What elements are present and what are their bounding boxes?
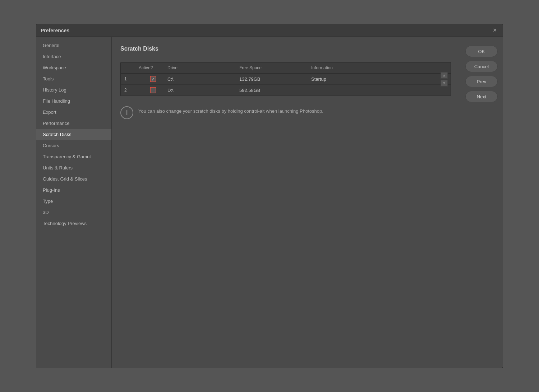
info-text: You can also change your scratch disks b… bbox=[138, 106, 323, 115]
col-num bbox=[124, 65, 139, 70]
sidebar-item-scratch-disks[interactable]: Scratch Disks bbox=[36, 129, 111, 140]
prev-button[interactable]: Prev bbox=[465, 76, 498, 87]
side-buttons: OK Cancel Prev Next bbox=[460, 37, 503, 368]
col-drive: Drive bbox=[167, 65, 239, 70]
sidebar-item-technology-previews[interactable]: Technology Previews bbox=[36, 218, 111, 229]
sidebar-item-transparency-gamut[interactable]: Transparency & Gamut bbox=[36, 151, 111, 162]
sidebar-item-plug-ins[interactable]: Plug-Ins bbox=[36, 185, 111, 196]
next-button[interactable]: Next bbox=[465, 91, 498, 102]
col-information: Information bbox=[311, 65, 447, 70]
row-1-drive: C:\ bbox=[167, 76, 239, 82]
sidebar-item-export[interactable]: Export bbox=[36, 107, 111, 118]
main-content: Scratch Disks Active? Drive Free Space I… bbox=[112, 37, 460, 368]
table-row: 1 C:\ 132.79GB Startup bbox=[121, 74, 451, 85]
row-1-num: 1 bbox=[124, 76, 139, 81]
sidebar-item-performance[interactable]: Performance bbox=[36, 118, 111, 129]
info-section: i You can also change your scratch disks… bbox=[120, 102, 451, 123]
row-2-free-space: 592.58GB bbox=[239, 88, 311, 93]
info-icon: i bbox=[120, 106, 133, 119]
sidebar-item-file-handling[interactable]: File Handling bbox=[36, 95, 111, 107]
scroll-down-button[interactable]: ▼ bbox=[441, 80, 448, 87]
cancel-button[interactable]: Cancel bbox=[465, 61, 498, 72]
title-bar: Preferences × bbox=[36, 24, 503, 37]
preferences-dialog: Preferences × General Interface Workspac… bbox=[36, 24, 503, 368]
sidebar: General Interface Workspace Tools Histor… bbox=[36, 37, 112, 368]
sidebar-item-units-rulers[interactable]: Units & Rulers bbox=[36, 162, 111, 173]
row-2-checkbox[interactable] bbox=[150, 87, 156, 93]
section-title: Scratch Disks bbox=[120, 46, 451, 52]
col-free-space: Free Space bbox=[239, 65, 311, 70]
table-row: 2 D:\ 592.58GB bbox=[121, 85, 451, 96]
sidebar-item-3d[interactable]: 3D bbox=[36, 207, 111, 218]
row-1-checkbox[interactable] bbox=[150, 76, 156, 82]
scroll-up-button[interactable]: ▲ bbox=[441, 72, 448, 79]
ok-button[interactable]: OK bbox=[465, 46, 498, 57]
scratch-disks-table: Active? Drive Free Space Information 1 C… bbox=[120, 62, 451, 96]
scroll-arrows: ▲ ▼ bbox=[441, 72, 448, 87]
sidebar-item-cursors[interactable]: Cursors bbox=[36, 140, 111, 151]
sidebar-item-history-log[interactable]: History Log bbox=[36, 84, 111, 95]
row-1-free-space: 132.79GB bbox=[239, 76, 311, 82]
sidebar-item-general[interactable]: General bbox=[36, 40, 111, 51]
dialog-title: Preferences bbox=[41, 28, 69, 33]
dialog-body: General Interface Workspace Tools Histor… bbox=[36, 37, 503, 368]
sidebar-item-interface[interactable]: Interface bbox=[36, 51, 111, 62]
row-2-drive: D:\ bbox=[167, 88, 239, 93]
row-2-active-cell bbox=[139, 87, 167, 93]
row-2-num: 2 bbox=[124, 88, 139, 93]
row-1-information: Startup bbox=[311, 76, 447, 82]
row-1-active-cell bbox=[139, 76, 167, 82]
sidebar-item-tools[interactable]: Tools bbox=[36, 73, 111, 84]
table-header: Active? Drive Free Space Information bbox=[121, 62, 451, 74]
col-active: Active? bbox=[139, 65, 167, 70]
close-button[interactable]: × bbox=[491, 27, 498, 34]
sidebar-item-type[interactable]: Type bbox=[36, 196, 111, 207]
sidebar-item-guides-grid-slices[interactable]: Guides, Grid & Slices bbox=[36, 173, 111, 185]
sidebar-item-workspace[interactable]: Workspace bbox=[36, 62, 111, 73]
